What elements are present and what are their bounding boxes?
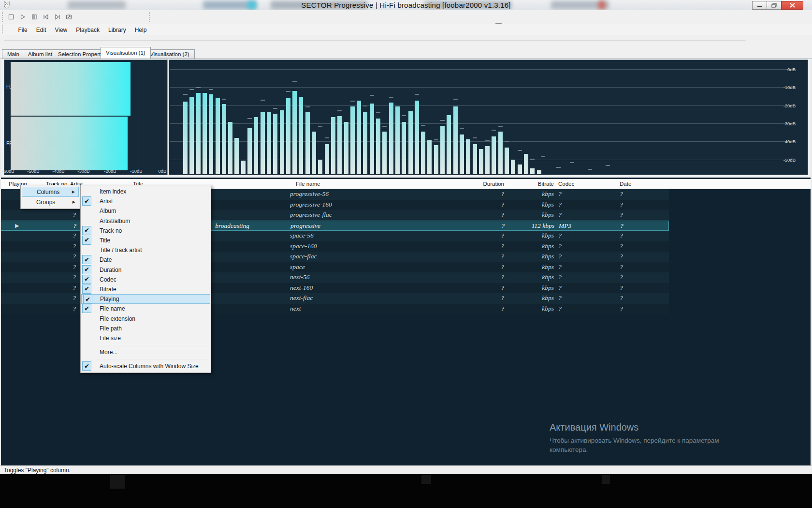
toolbar-grip[interactable] — [149, 12, 150, 22]
cell-bitrate: kbps — [503, 305, 554, 313]
tab-visualisation-1-[interactable]: Visualisation (1) — [101, 47, 151, 59]
stop-button[interactable] — [6, 13, 15, 21]
columns-menu-item-artist-album[interactable]: Artist/album — [81, 216, 211, 226]
columns-menu-item-date[interactable]: ✔Date — [81, 255, 211, 265]
cell-track-no: ? — [48, 232, 76, 239]
menubar-grip[interactable] — [2, 25, 3, 33]
spectrum-bar — [312, 132, 316, 174]
spectrum-bar — [216, 98, 220, 174]
splitter-groove[interactable] — [4, 40, 746, 41]
spectrum-peak-marker — [305, 106, 310, 107]
spectrum-scale-label: -30dB — [776, 120, 796, 126]
spectrum-bar — [267, 112, 271, 174]
menu-playback[interactable]: Playback — [72, 26, 104, 34]
columns-menu-item-file-name[interactable]: ✔File name — [81, 304, 211, 314]
desktop-background-strip — [0, 474, 812, 508]
cell-duration: ? — [459, 253, 504, 260]
columns-menu-item-more-[interactable]: More... — [81, 347, 211, 357]
spectrum-bar — [479, 149, 483, 174]
column-header-codec[interactable]: Codec — [558, 181, 574, 187]
column-header-bitrate[interactable]: Bitrate — [538, 181, 554, 187]
cell-date: ? — [620, 201, 623, 209]
spectrum-gridline — [170, 87, 796, 88]
cell-duration: ? — [459, 305, 504, 313]
tab-main[interactable]: Main — [2, 49, 25, 59]
vu-scale-label: -50dB — [27, 168, 39, 174]
spectrum-peak-marker — [337, 110, 342, 111]
spectrum-bar — [460, 134, 464, 174]
cell-track-no: ? — [48, 253, 76, 260]
cell-track-no: ? — [48, 305, 76, 313]
columns-menu-item-bitrate[interactable]: ✔Bitrate — [81, 284, 211, 294]
spectrum-bar — [189, 97, 194, 174]
columns-menu-item-duration[interactable]: ✔Duration — [81, 265, 211, 275]
columns-submenu: Item index✔ArtistAlbumArtist/album✔Track… — [80, 185, 211, 373]
close-button[interactable] — [781, 1, 803, 10]
spectrum-bar — [241, 161, 246, 174]
tab-visualisation-2-[interactable]: Visualisation (2) — [145, 49, 195, 59]
spectrum-bar — [524, 154, 528, 174]
cell-bitrate: 112 kbps — [503, 222, 554, 230]
checkmark-icon: ✔ — [82, 226, 91, 235]
cell-file-name: space — [290, 263, 305, 271]
spectrum-bar — [505, 148, 509, 174]
cell-duration: ? — [459, 242, 504, 250]
menu-view[interactable]: View — [50, 26, 72, 34]
columns-menu-item-track-no[interactable]: ✔Track no — [81, 226, 211, 236]
next-button[interactable] — [53, 13, 62, 21]
spectrum-bar — [492, 136, 496, 174]
checkmark-icon: ✔ — [82, 361, 91, 371]
activation-line2: компьютера. — [550, 445, 719, 454]
spectrum-bar — [415, 101, 419, 174]
cell-date: ? — [620, 263, 623, 271]
columns-menu-item-album[interactable]: Album — [81, 206, 211, 216]
toolbar-grip[interactable] — [2, 12, 3, 22]
columns-menu-item-file-path[interactable]: File path — [81, 324, 211, 333]
pause-button[interactable] — [29, 13, 39, 21]
menu-help[interactable]: Help — [130, 26, 151, 34]
columns-menu-item-file-extension[interactable]: File extension — [81, 314, 211, 323]
columns-menu-item-item-index[interactable]: Item index — [81, 187, 211, 196]
cell-bitrate: kbps — [503, 263, 554, 271]
cell-track-no: ? — [48, 284, 76, 292]
columns-menu-item-auto-scale-columns-with-window-size[interactable]: ✔Auto-scale Columns with Window Size — [81, 361, 211, 371]
column-header-file-name[interactable]: File name — [296, 181, 320, 187]
random-button[interactable] — [64, 13, 73, 21]
minimize-button[interactable] — [752, 1, 767, 10]
menu-file[interactable]: File — [14, 26, 31, 34]
vu-scale-label: -20dB — [104, 168, 116, 174]
context-menu-item-groups[interactable]: Groups▶ — [22, 197, 79, 207]
vu-meter-panel: FLFR-60dB-50dB-40dB-30dB-20dB-10dB0dB — [4, 60, 168, 175]
cell-codec: ? — [558, 305, 562, 313]
cell-duration: ? — [459, 263, 504, 271]
spectrum-peak-marker — [556, 167, 561, 168]
column-header-date[interactable]: Date — [620, 181, 631, 187]
columns-menu-item-codec[interactable]: ✔Codec — [81, 275, 211, 284]
restore-button[interactable] — [767, 1, 782, 10]
spectrum-bar — [408, 111, 413, 174]
cell-bitrate: kbps — [503, 201, 554, 209]
play-button[interactable] — [18, 13, 27, 21]
visualisation-area: FLFR-60dB-50dB-40dB-30dB-20dB-10dB0dB 0d… — [0, 59, 812, 178]
columns-menu-item-artist[interactable]: ✔Artist — [81, 196, 211, 206]
spectrum-peak-marker — [189, 89, 194, 90]
vu-bar-fl — [11, 62, 130, 116]
cell-codec: ? — [558, 242, 562, 250]
cell-date: ? — [620, 232, 623, 239]
context-menu-item-columns[interactable]: Columns▶ — [22, 187, 79, 197]
cell-file-name: space-160 — [290, 242, 317, 250]
column-header-duration[interactable]: Duration — [483, 181, 504, 187]
columns-menu-item-title-track-artist[interactable]: Title / track artist — [81, 245, 211, 255]
menu-edit[interactable]: Edit — [32, 26, 51, 34]
background-window — [602, 475, 610, 484]
previous-button[interactable] — [41, 13, 50, 21]
spectrum-peak-marker — [183, 94, 188, 95]
window-left-border — [0, 59, 1, 465]
columns-menu-item-file-size[interactable]: File size — [81, 333, 211, 343]
cell-codec: ? — [558, 201, 562, 209]
spectrum-peak-marker — [570, 162, 574, 163]
columns-menu-item-playing[interactable]: ✔Playing — [81, 294, 210, 304]
spectrum-bar — [466, 139, 470, 174]
menu-library[interactable]: Library — [104, 26, 130, 34]
columns-menu-item-title[interactable]: ✔Title — [81, 236, 211, 245]
